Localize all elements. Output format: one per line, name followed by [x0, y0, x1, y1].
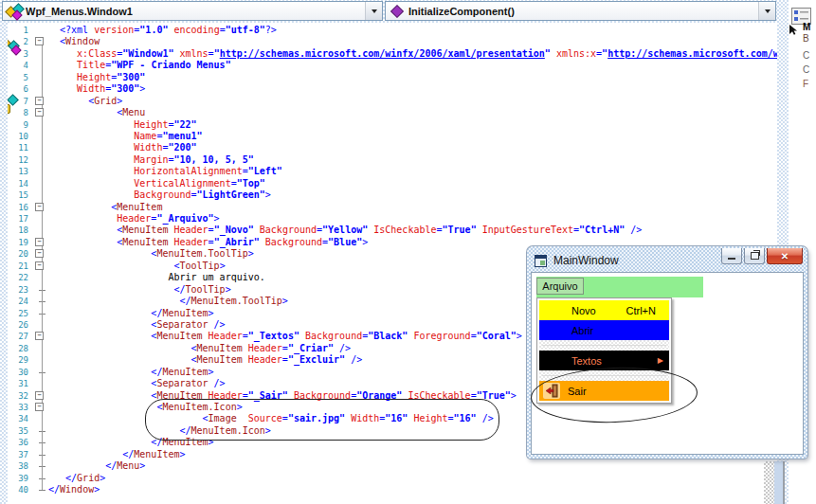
preview-window[interactable]: MainWindow ✕ Arquivo NovoCtrl+NAbrirText… [527, 246, 807, 459]
fold-margin[interactable]: − [33, 107, 48, 118]
minimize-button[interactable] [721, 248, 742, 264]
code-line[interactable]: 3x:Class="Window1" xmlns="http://schemas… [8, 48, 777, 60]
line-number: 36 [8, 437, 33, 448]
collapse-box-icon[interactable]: − [35, 108, 44, 117]
close-button[interactable]: ✕ [767, 248, 803, 264]
code-text[interactable]: VerticalAlignment="Top" [48, 178, 777, 189]
fold-margin [33, 425, 48, 437]
code-text[interactable]: <MenuItem Header="_Novo" Background="Yel… [48, 225, 777, 236]
collapse-box-icon[interactable]: − [35, 403, 44, 411]
code-text[interactable]: Width="200" [48, 142, 777, 153]
menu-separator [539, 340, 669, 351]
collapse-box-icon[interactable]: − [35, 261, 44, 270]
code-text[interactable]: Name="menu1" [48, 131, 777, 142]
code-text[interactable]: Height="22" [48, 119, 777, 131]
code-line[interactable]: 1<?xml version="1.0" encoding="utf-8"?> [8, 25, 777, 36]
code-line[interactable]: 8−<Menu [8, 107, 777, 118]
code-text[interactable]: <MenuItem [48, 202, 777, 213]
code-line[interactable]: 9Height="22" [8, 119, 777, 131]
code-line[interactable]: 11Width="200" [8, 142, 777, 153]
fold-margin [33, 60, 48, 71]
code-text[interactable]: <Window [48, 36, 777, 47]
code-text[interactable]: </Window> [48, 484, 777, 495]
fold-margin[interactable]: − [33, 390, 48, 402]
code-text[interactable]: HorizontalAlignment="Left" [48, 166, 777, 177]
code-text[interactable]: Margin="10, 10, 5, 5" [48, 154, 777, 166]
fold-margin[interactable]: − [33, 96, 48, 107]
code-line[interactable]: 18<MenuItem Header="_Novo" Background="Y… [8, 225, 777, 236]
code-line[interactable]: 6Width="300"> [8, 83, 777, 95]
collapse-box-icon[interactable]: − [35, 391, 44, 400]
line-number: 29 [8, 354, 33, 366]
code-line[interactable]: 40</Window> [8, 484, 777, 495]
fold-margin[interactable]: − [33, 248, 48, 260]
scrollbar-fragment[interactable] [774, 461, 783, 504]
preview-titlebar[interactable]: MainWindow ✕ [531, 250, 804, 272]
property-row-fragment: M [803, 22, 810, 32]
line-number: 30 [8, 367, 33, 378]
line-number: 25 [8, 308, 33, 319]
code-text[interactable]: x:Class="Window1" xmlns="http://schemas.… [48, 48, 777, 60]
property-row-fragment: C [803, 64, 809, 75]
fold-margin[interactable]: − [33, 202, 48, 213]
line-number: 39 [8, 473, 33, 484]
menu-arquivo[interactable]: Arquivo [536, 278, 584, 295]
class-icon [3, 2, 26, 20]
fold-margin [33, 213, 48, 225]
code-text[interactable]: <?xml version="1.0" encoding="utf-8"?> [48, 25, 777, 36]
code-text[interactable]: Header="_Arquivo"> [48, 213, 777, 225]
code-line[interactable]: 38</Menu> [8, 460, 777, 472]
code-line[interactable]: 2−<Window [8, 36, 777, 47]
chevron-down-icon[interactable] [758, 2, 775, 20]
code-line[interactable]: 5Height="300" [8, 72, 777, 83]
fold-margin[interactable]: − [33, 36, 48, 47]
fold-margin [33, 48, 48, 60]
members-dropdown[interactable]: InitializeComponent() [385, 1, 776, 21]
margin-marker-icon [8, 104, 10, 114]
chevron-down-icon[interactable] [365, 2, 382, 20]
menu-item-label: Textos [571, 355, 602, 367]
code-line[interactable]: 4Title="WPF - Criando Menus" [8, 60, 777, 71]
code-line[interactable]: 10Name="menu1" [8, 131, 777, 142]
code-text[interactable]: </Grid> [48, 473, 777, 484]
collapse-box-icon[interactable]: − [35, 203, 44, 211]
menu-item-novo[interactable]: NovoCtrl+N [539, 300, 669, 320]
code-text[interactable]: <Grid> [48, 96, 777, 107]
types-dropdown[interactable]: Wpf_Menus.Window1 [2, 1, 383, 21]
line-number: 9 [8, 119, 33, 131]
code-line[interactable]: 15Background="LightGreen"> [8, 189, 777, 201]
line-number: 4 [8, 60, 33, 71]
fold-margin[interactable]: − [33, 402, 48, 413]
code-text[interactable]: Height="300" [48, 72, 777, 83]
menu-item-abrir[interactable]: Abrir [539, 320, 669, 340]
line-number: 21 [8, 261, 33, 272]
code-line[interactable]: 14VerticalAlignment="Top" [8, 178, 777, 189]
fold-margin[interactable]: − [33, 331, 48, 342]
code-line[interactable]: 12Margin="10, 10, 5, 5" [8, 154, 777, 166]
property-row-fragment: B [803, 33, 809, 44]
collapse-box-icon[interactable]: − [35, 332, 44, 340]
collapse-box-icon[interactable]: − [35, 37, 44, 45]
code-text[interactable]: Title="WPF - Criando Menus" [48, 60, 777, 71]
preview-menubar[interactable]: Arquivo [536, 277, 703, 297]
fold-margin [33, 378, 48, 389]
code-text[interactable]: </Menu> [48, 460, 777, 472]
code-line[interactable]: 13HorizontalAlignment="Left" [8, 166, 777, 177]
code-text[interactable]: Width="300"> [48, 83, 777, 95]
collapse-box-icon[interactable]: − [35, 249, 44, 258]
fold-margin [33, 272, 48, 283]
line-number: 27 [8, 331, 33, 342]
fold-margin[interactable]: − [33, 261, 48, 272]
collapse-box-icon[interactable]: − [35, 238, 44, 246]
code-text[interactable]: <Menu [48, 107, 777, 118]
code-line[interactable]: 16−<MenuItem [8, 202, 777, 213]
restore-button[interactable] [744, 248, 765, 264]
code-line[interactable]: 17Header="_Arquivo"> [8, 213, 777, 225]
method-icon [386, 2, 408, 20]
collapse-box-icon[interactable]: − [35, 97, 44, 105]
code-line[interactable]: 7−<Grid> [8, 96, 777, 107]
fold-margin[interactable]: − [33, 237, 48, 248]
code-line[interactable]: 39</Grid> [8, 473, 777, 484]
code-text[interactable]: Background="LightGreen"> [48, 189, 777, 201]
fold-margin [33, 189, 48, 201]
